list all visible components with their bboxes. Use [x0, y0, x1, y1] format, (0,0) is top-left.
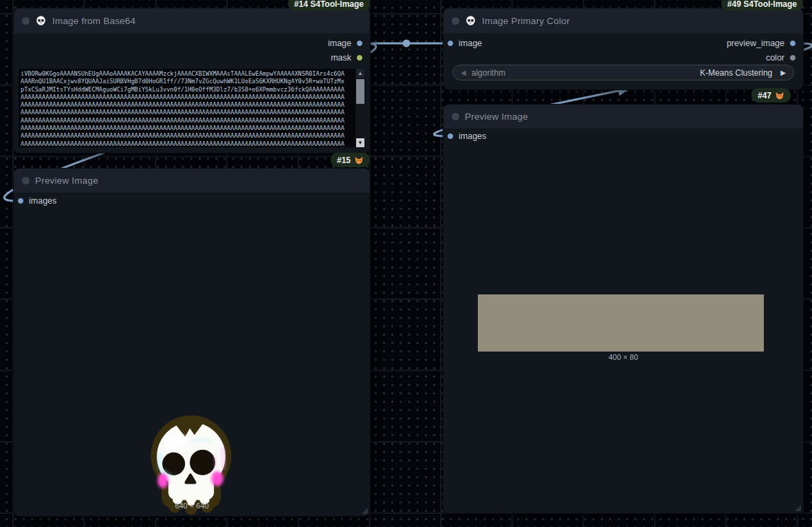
- node-preview-image-right[interactable]: Preview Image images 400 × 80: [443, 105, 803, 513]
- node-title: Image from Base64: [52, 16, 135, 26]
- node-header[interactable]: Image from Base64: [14, 8, 370, 34]
- algorithm-combo-widget[interactable]: ◀ algorithm K-Means Clustering ▶: [452, 65, 794, 80]
- slot-label: preview_image: [727, 39, 784, 48]
- resize-handle[interactable]: [795, 505, 801, 511]
- slot-label: images: [459, 131, 486, 141]
- node-badge-49: #49 S4Tool-Image: [721, 0, 803, 11]
- output-port-color[interactable]: [789, 54, 796, 61]
- scroll-up-button[interactable]: ▲: [356, 69, 364, 78]
- slot-label: image: [328, 39, 351, 48]
- input-slot-image[interactable]: image: [447, 36, 482, 50]
- scrollbar[interactable]: ▲ ▼: [355, 69, 365, 147]
- node-header[interactable]: Preview Image: [443, 105, 803, 129]
- node-badge-15: #15: [331, 153, 370, 167]
- collapse-dot[interactable]: [452, 17, 459, 25]
- input-slot-images[interactable]: images: [17, 194, 56, 208]
- node-title: Preview Image: [465, 111, 528, 122]
- fox-icon: [775, 91, 784, 100]
- output-slot-color[interactable]: color: [766, 51, 796, 65]
- image-size-caption: 400 × 80: [443, 353, 803, 361]
- node-preview-image-left[interactable]: Preview Image images: [14, 169, 370, 516]
- node-header[interactable]: Preview Image: [14, 169, 370, 193]
- badge-text: #14 S4Tool-Image: [294, 0, 364, 9]
- slot-label: color: [766, 53, 784, 63]
- collapse-dot[interactable]: [22, 17, 30, 25]
- collapse-dot[interactable]: [22, 177, 30, 184]
- input-slot-images[interactable]: images: [447, 129, 486, 143]
- node-badge-14: #14 S4Tool-Image: [288, 0, 370, 11]
- badge-text: #15: [337, 155, 351, 165]
- base64-textarea[interactable]: iVBORw0KGgoAAAANSUhEUgAAAoAAAAKACAYAAAAM…: [19, 69, 365, 147]
- fox-icon: [354, 155, 364, 165]
- collapse-dot[interactable]: [452, 113, 459, 120]
- scroll-thumb[interactable]: [356, 79, 364, 104]
- combo-next-icon[interactable]: ▶: [780, 69, 786, 76]
- skull-icon: [35, 15, 47, 27]
- input-port-image[interactable]: [447, 40, 454, 47]
- preview-image-color-swatch: [478, 294, 764, 352]
- scroll-down-button[interactable]: ▼: [356, 138, 364, 147]
- skull-icon: [465, 15, 476, 27]
- slot-label: image: [459, 39, 482, 48]
- slot-label: mask: [331, 53, 351, 63]
- input-port-images[interactable]: [447, 133, 454, 140]
- node-badge-47: #47: [751, 88, 791, 103]
- output-port-preview-image[interactable]: [789, 40, 796, 47]
- widget-value: K-Means Clustering: [700, 68, 772, 78]
- node-header[interactable]: Image Primary Color: [443, 8, 803, 34]
- node-title: Image Primary Color: [482, 16, 570, 26]
- node-image-primary-color[interactable]: Image Primary Color image preview_image …: [443, 8, 803, 89]
- output-port-image[interactable]: [356, 40, 363, 47]
- badge-text: #49 S4Tool-Image: [727, 0, 797, 9]
- slot-label: images: [29, 196, 56, 206]
- output-slot-image[interactable]: image: [328, 36, 363, 50]
- base64-text[interactable]: iVBORw0KGgoAAAANSUhEUgAAAoAAAAKACAYAAAAM…: [19, 69, 365, 147]
- link-midpoint-dot: [403, 40, 410, 47]
- node-editor-canvas[interactable]: { "icons": { "left_arrow": "◀", "right_a…: [0, 0, 812, 527]
- output-slot-preview-image[interactable]: preview_image: [727, 36, 796, 50]
- widget-label: algorithm: [472, 68, 694, 78]
- node-image-from-base64[interactable]: Image from Base64 image mask iVBORw0KGgo…: [14, 8, 370, 153]
- node-title: Preview Image: [35, 175, 98, 186]
- badge-text: #47: [758, 91, 771, 100]
- image-size-caption: 640 × 640: [14, 502, 370, 510]
- output-slot-mask[interactable]: mask: [331, 51, 363, 65]
- output-port-mask[interactable]: [356, 54, 363, 61]
- combo-prev-icon[interactable]: ◀: [461, 69, 466, 76]
- resize-handle[interactable]: [362, 508, 368, 514]
- input-port-images[interactable]: [17, 197, 24, 204]
